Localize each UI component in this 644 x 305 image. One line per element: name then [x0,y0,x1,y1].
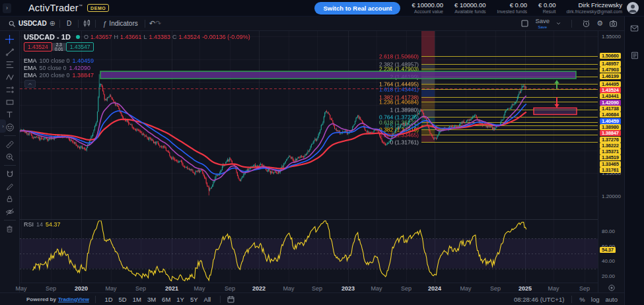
price-chart-canvas[interactable] [20,31,598,283]
ema-200-legend[interactable]: EMA200 close 0 1.38847 [24,72,94,79]
go-to-date-icon[interactable] [227,295,235,304]
price-badge: 1.36222 [600,143,621,149]
price-badge: 1.31761 [600,167,621,173]
drawing-toolbar [0,31,20,292]
percent-scale-button[interactable]: % [579,296,585,303]
drawing-mode-icon[interactable] [3,180,17,193]
price-badge: 1.43524 [600,87,621,93]
time-tick: Sep [401,285,411,292]
price-badge: 1.41738 [600,106,621,112]
indicators-button[interactable]: ƒ Indicators [100,20,140,28]
search-icon [8,20,16,28]
price-badge: 1.42090 [600,100,621,106]
compare-add-icon[interactable]: ⊕ [50,19,55,28]
time-tick: 2021 [165,285,178,292]
ema-100-legend[interactable]: EMA100 close 0 1.40459 [24,57,94,64]
symbol-title: USDCAD - 1D [24,33,71,41]
range-button-5d[interactable]: 5D [119,296,127,303]
collapse-legend-chip[interactable] [24,80,36,88]
time-tick: May [194,285,205,292]
rsi-value-badge: 54.37 [600,247,616,253]
time-axis[interactable]: MaySep2020MaySep2021MaySep2022MaySep2023… [20,283,598,293]
range-button-1y[interactable]: 1Y [176,296,184,303]
time-tick: May [371,285,382,292]
market-open-dot-icon [76,35,80,39]
bid-button[interactable]: 1.43524 [24,42,52,51]
time-tick: 2020 [75,285,88,292]
alert-icon[interactable] [582,19,590,28]
price-badge: 1.40459 [600,118,621,124]
price-badge: 1.44495 [600,81,621,87]
available-funds-stat: € 10000.00Available funds [454,2,486,15]
panel-collapse-handle[interactable]: › [0,119,6,133]
trendline-icon[interactable] [3,46,17,58]
prediction-icon[interactable] [3,83,17,96]
fib-retracement-icon[interactable] [3,58,17,71]
time-tick: May [105,285,116,292]
text-icon[interactable] [3,108,17,121]
rsi-legend[interactable]: RSI 14 54.37 [24,221,61,228]
range-button-6m[interactable]: 6M [162,296,170,303]
tradingview-link[interactable]: TradingView [58,296,89,302]
save-button[interactable]: Save Save [535,18,550,29]
time-tick: Sep [579,285,590,292]
remove-drawings-icon[interactable] [3,222,17,235]
time-tick: 2023 [341,285,355,292]
price-badge: 1.50660 [600,53,621,59]
chevron-up-icon [28,82,32,86]
chart-style-icon[interactable] [83,19,91,28]
range-button-3m[interactable]: 3M [147,296,156,303]
layout-grid-icon[interactable] [520,19,529,28]
price-axis-label: 1.20000 [602,193,621,199]
rectangle-icon[interactable] [3,96,17,108]
price-badge: 1.48957 [600,61,621,67]
hide-drawings-icon[interactable] [3,205,17,218]
range-button-1m[interactable]: 1M [133,296,141,303]
range-button-1d[interactable]: 1D [104,296,112,303]
xabcd-pattern-icon[interactable] [3,71,17,83]
invested-funds-stat: € 0.00Invested funds [497,2,528,15]
lock-all-icon[interactable] [3,193,17,205]
change-value: -0.00136 (-0.09%) [202,34,250,40]
ema-50-legend[interactable]: EMA50 close 0 1.42090 [24,65,90,71]
ruler-icon[interactable] [3,138,17,151]
range-button-all[interactable]: All [204,296,211,303]
redo-icon[interactable]: ↷ [155,19,161,28]
tool-divider [4,135,16,136]
right-rail [624,17,644,305]
switch-to-real-account-button[interactable]: Switch to Real account [314,2,400,15]
magnet-icon[interactable] [3,168,17,180]
auto-scale-button[interactable]: auto [606,296,618,303]
time-tick: May [548,285,559,292]
undo-icon[interactable]: ↶ [149,19,155,28]
news-icon[interactable] [630,51,639,60]
time-tick: Sep [225,285,235,292]
chart-toolbar: USDCAD ⊕ D ƒ Indicators ↶ ↷ Save Save [0,17,624,31]
fx-icon: ƒ [102,20,106,28]
chevron-down-icon[interactable] [555,20,561,26]
price-badge: 1.34519 [600,154,621,160]
symbol-search[interactable]: USDCAD [5,20,50,28]
avatar[interactable] [627,2,639,14]
gear-icon[interactable]: ⚙ [596,19,603,28]
time-tick: Sep [46,285,56,292]
mail-icon[interactable] [629,24,639,33]
spread-box: 2.30.01 [52,43,66,51]
ask-button[interactable]: 1.43547 [66,42,94,51]
price-badge: 1.38980 [600,124,621,130]
bid-ask-widget: 1.43524 2.30.01 1.43547 [24,42,94,51]
log-scale-button[interactable]: log [591,296,600,303]
time-tick: Sep [312,285,322,292]
crosshair-icon[interactable] [3,33,17,46]
camera-icon[interactable] [609,19,618,28]
price-scale[interactable]: 1.550001.250001.200001.506601.489571.479… [598,31,625,292]
expand-sidebar-chevron-icon[interactable]: › [3,3,11,13]
range-button-5y[interactable]: 5Y [190,296,198,303]
brand-logo: ActivTrader™ [28,3,83,13]
rsi-axis-label: 80.00 [602,228,615,234]
timeframe-button[interactable]: D [64,20,74,27]
scroll-to-realtime-icon[interactable] [608,284,616,292]
time-tick: 2025 [519,285,532,292]
zoom-in-icon[interactable] [3,151,17,163]
time-tick: 2022 [252,285,266,292]
